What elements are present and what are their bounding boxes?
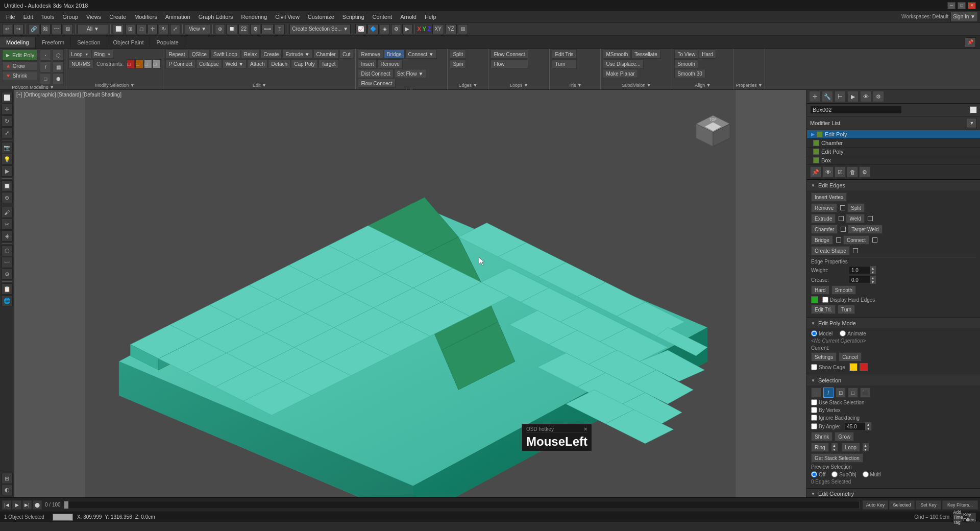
split-edge-btn[interactable]: Split [847,203,864,212]
repeat-btn[interactable]: Repeat [165,50,188,59]
select-lasso-button[interactable]: ◻ [136,24,146,34]
to-view-btn[interactable]: To View [674,50,698,59]
off-radio[interactable] [811,471,817,477]
rp-utilities-icon[interactable]: ⚙ [873,91,884,102]
next-frame-btn[interactable]: ▶| [22,500,32,510]
lt-select[interactable]: ⬜ [2,92,13,103]
transform-gizmo[interactable]: ⊞ [458,24,468,34]
attach-btn[interactable]: Attach [247,59,267,68]
mirror-btn[interactable]: ⟺ [261,24,274,34]
constraint-none[interactable]: □ [127,59,135,68]
loop-dropdown[interactable]: Loop [68,50,91,59]
ignore-backfacing-checkbox[interactable]: Ignore Backfacing [811,415,860,421]
menu-rendering[interactable]: Rendering [237,13,272,21]
loop-arrows[interactable]: ▲ ▼ [863,443,869,451]
edge-mode-icon[interactable]: / [40,61,51,73]
by-angle-arrows[interactable]: ▲ ▼ [865,422,871,430]
vertex-mode-icon[interactable]: · [40,50,51,61]
menu-scripting[interactable]: Scripting [338,13,369,21]
remove-settings[interactable] [840,205,845,210]
weight-arrows[interactable]: ▲ ▼ [870,266,876,274]
weld-edge-btn[interactable]: Weld [846,214,865,223]
object-name-input[interactable] [810,106,902,114]
multi-radio[interactable] [863,471,869,477]
key-filters-btn[interactable]: Key Filters... [942,500,978,510]
reference-coord[interactable]: View ▼ [185,24,210,34]
connect-settings[interactable] [872,237,877,243]
render-btn[interactable]: ▶ [402,24,412,34]
edit-poly-button[interactable]: ► Edit Poly [2,50,37,61]
create-btn[interactable]: Create [260,50,282,59]
chamfer-edge-btn[interactable]: Chamfer [811,225,838,234]
close-button[interactable]: ✕ [968,2,976,9]
menu-group[interactable]: Group [58,13,82,21]
cut-btn[interactable]: Cut [339,50,354,59]
sel-icon-edge[interactable]: / [823,388,834,398]
lt-layer[interactable]: 📋 [2,283,13,295]
constraint-normal[interactable]: □ [153,59,161,68]
ring-arrows[interactable]: ▲ ▼ [831,443,838,451]
settings-btn[interactable]: Settings [811,352,837,361]
modifier-box[interactable]: Box [807,156,980,165]
lt-knife[interactable]: ✂ [2,219,13,230]
menu-civil-view[interactable]: Civil View [271,13,303,21]
edit-tri-btn[interactable]: Edit Tri. [811,305,836,314]
lt-move[interactable]: ✛ [2,104,13,115]
chamfer-btn[interactable]: Chamfer [313,50,339,59]
loop-down[interactable]: ▼ [863,447,869,451]
collapse-btn[interactable]: Collapse [196,59,222,68]
ribbon-pin[interactable]: 📌 [965,37,976,47]
grow-button[interactable]: 🔺 Grow [2,61,37,70]
ring-dropdown[interactable]: Ring [92,50,114,59]
tab-freeform[interactable]: Freeform [36,37,71,47]
insert-vertex-btn[interactable]: Insert Vertex [811,192,847,202]
by-vertex-check[interactable] [811,407,817,413]
undo-button[interactable]: ↩ [2,24,12,34]
minimize-button[interactable]: ─ [947,2,955,9]
bridge-btn[interactable]: Bridge [384,50,405,59]
align-btn[interactable]: ⌶ [275,24,285,34]
show-cage-check[interactable] [811,364,817,370]
configure-icon[interactable]: ⚙ [859,166,870,178]
mode-icon-2[interactable]: ▦ [53,61,64,73]
crease-down[interactable]: ▼ [870,280,876,284]
smooth-btn-rp[interactable]: Smooth [831,285,856,295]
redo-button[interactable]: ↪ [13,24,23,34]
edit-tris-btn[interactable]: Edit Tris [552,50,576,59]
crease-spinner[interactable]: 0.0 ▲ ▼ [849,276,876,284]
create-shape-btn[interactable]: Create Shape [811,246,850,255]
target-btn[interactable]: Target [318,59,339,68]
model-radio[interactable] [811,330,817,336]
extrude-edge-btn[interactable]: Extrude [811,214,836,223]
snap-btn[interactable]: 🔲 [226,24,237,34]
set-flow-btn[interactable]: Set Flow ▼ [394,69,427,78]
by-angle-checkbox[interactable]: By Angle: [811,423,840,429]
smooth-btn[interactable]: Smooth [674,59,698,68]
display-hard-edges-swatch[interactable] [811,296,818,303]
weight-spinner[interactable]: 1.0 ▲ ▼ [849,266,876,274]
use-stack-check[interactable] [811,399,817,405]
grow-sel-btn[interactable]: Grow [835,432,854,441]
make-planar-btn[interactable]: Make Planar [603,69,638,78]
edit-edges-header[interactable]: Edit Edges [807,180,980,190]
lt-snap[interactable]: 🔲 [2,180,13,191]
ring-sel-btn[interactable]: Ring [811,443,829,452]
insert-btn[interactable]: Insert [358,59,377,68]
msmooth-btn[interactable]: MSmooth [603,50,631,59]
constraint-edge[interactable]: □ [135,59,143,68]
crease-arrows[interactable]: ▲ ▼ [870,276,876,284]
subobj-radio[interactable] [831,471,838,477]
scale-button[interactable]: ⤢ [170,24,180,34]
modifier-list-header[interactable]: Modifier List ▼ [807,116,980,130]
modifier-list-dropdown[interactable]: ▼ [967,118,977,128]
bind-space-warp[interactable]: 〰 [52,24,62,34]
link-button[interactable]: 🔗 [28,24,39,34]
sel-icon-element[interactable]: ⬛ [860,388,870,398]
schematic-view-btn[interactable]: 🔷 [368,24,379,34]
render-setup-btn[interactable]: ⚙ [391,24,401,34]
pivot-btn[interactable]: ⊕ [215,24,225,34]
multi-radio-label[interactable]: Multi [863,471,881,477]
lt-paint[interactable]: 🖌 [2,207,13,218]
lt-material[interactable]: ◈ [2,230,13,242]
menu-arnold[interactable]: Arnold [396,13,421,21]
